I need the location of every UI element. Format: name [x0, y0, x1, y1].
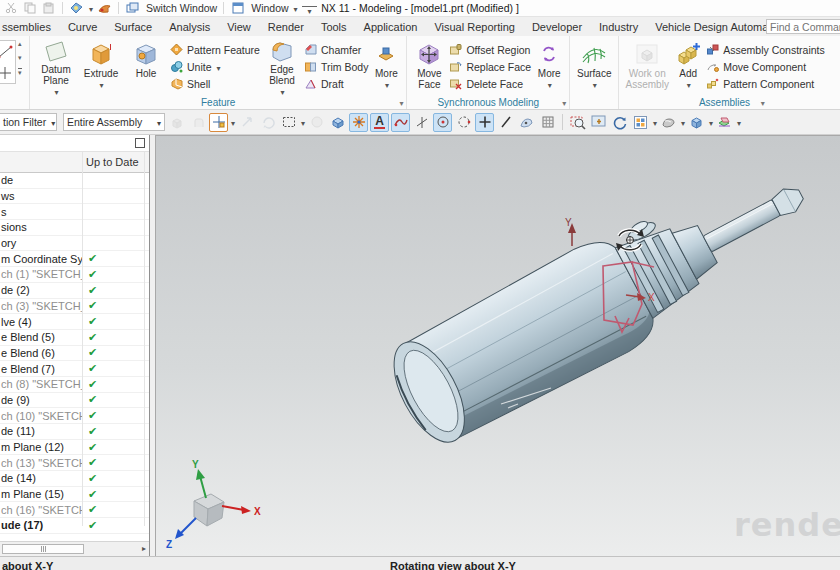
section-view-icon[interactable]: [715, 113, 734, 132]
ribbon-tab[interactable]: Application: [364, 21, 418, 33]
offset-region-button[interactable]: Offset Region: [449, 41, 531, 58]
switch-window-button[interactable]: Switch Window: [146, 2, 217, 14]
unite-button[interactable]: Unite: [170, 58, 260, 75]
up-to-date-check-icon[interactable]: ✔: [82, 441, 122, 454]
select-mode-dropdown-arrow[interactable]: [301, 116, 305, 128]
edge-blend-button[interactable]: Edge Blend: [263, 39, 301, 96]
sphere-select-icon[interactable]: [307, 113, 326, 132]
scrollbar-thumb[interactable]: [2, 544, 84, 554]
snap-enable-icon[interactable]: [349, 113, 368, 132]
feature-tree-row[interactable]: de: [0, 173, 149, 189]
feature-tree-row[interactable]: de (2) ✔: [0, 283, 149, 299]
orient-view-cube-icon[interactable]: [687, 113, 706, 132]
ribbon-tab[interactable]: Tools: [321, 21, 347, 33]
dropdown-arrow[interactable]: [294, 2, 298, 14]
sketch-gallery-items[interactable]: [0, 40, 16, 84]
snap-point-icon[interactable]: [209, 113, 228, 132]
snap-point-on-curve-icon[interactable]: [391, 113, 410, 132]
up-to-date-check-icon[interactable]: ✔: [82, 378, 122, 391]
feature-tree-row[interactable]: e Blend (7) ✔: [0, 361, 149, 377]
work-on-assembly-button[interactable]: Work on Assembly: [624, 39, 670, 96]
section-view-dropdown-arrow[interactable]: [737, 116, 741, 128]
show-hide-icon[interactable]: [97, 2, 112, 15]
pan-icon[interactable]: [589, 113, 608, 132]
snap-mid-point-icon[interactable]: [496, 113, 515, 132]
up-to-date-check-icon[interactable]: ✔: [82, 409, 122, 422]
extrude-button[interactable]: Extrude: [80, 39, 122, 96]
up-to-date-check-icon[interactable]: ✔: [82, 252, 122, 265]
object-display-icon[interactable]: [69, 2, 84, 15]
move-face-button[interactable]: Move Face: [412, 39, 446, 96]
feature-tree-row[interactable]: lve (4) ✔: [0, 314, 149, 330]
up-to-date-check-icon[interactable]: ✔: [82, 425, 122, 438]
render-style-icon[interactable]: [659, 113, 678, 132]
work-plane-icon[interactable]: [328, 113, 347, 132]
feature-tree-row[interactable]: ch (16) "SKETCH_... ✔: [0, 502, 149, 518]
dialog-launcher-arrow[interactable]: ▾: [399, 99, 403, 108]
delete-face-button[interactable]: Delete Face: [449, 75, 531, 92]
up-to-date-check-icon[interactable]: ✔: [82, 268, 122, 281]
feature-tree-row[interactable]: de (14) ✔: [0, 471, 149, 487]
snap-arc-center-icon[interactable]: [433, 113, 452, 132]
customize-qat-icon[interactable]: [302, 6, 317, 14]
render-style-dropdown-arrow[interactable]: [681, 116, 685, 128]
feature-tree-row[interactable]: ory: [0, 236, 149, 252]
feature-tree-row[interactable]: m Plane (15) ✔: [0, 487, 149, 503]
chamfer-button[interactable]: Chamfer: [304, 41, 368, 58]
ribbon-tab[interactable]: View: [227, 21, 251, 33]
copy-icon[interactable]: [22, 2, 37, 15]
feature-tree-row[interactable]: sions: [0, 220, 149, 236]
up-to-date-check-icon[interactable]: ✔: [82, 472, 122, 485]
navigator-hscrollbar[interactable]: ▸: [0, 541, 149, 556]
datum-plane-button[interactable]: Datum Plane: [35, 39, 77, 96]
snap-quadrant-icon[interactable]: [454, 113, 473, 132]
move-component-button[interactable]: Move Component: [706, 58, 825, 75]
feature-tree-row[interactable]: ude (17) ✔: [0, 518, 149, 534]
find-component-icon[interactable]: [167, 113, 186, 132]
snap-point-on-face-icon[interactable]: [517, 113, 536, 132]
up-to-date-check-icon[interactable]: ✔: [82, 488, 122, 501]
snap-end-point-icon[interactable]: A: [370, 113, 389, 132]
fit-view-dropdown-arrow[interactable]: [653, 116, 657, 128]
pattern-component-button[interactable]: Pattern Component: [706, 75, 825, 92]
replace-face-button[interactable]: Replace Face: [449, 58, 531, 75]
surface-button[interactable]: Surface: [575, 39, 613, 96]
ribbon-tab[interactable]: ssemblies: [2, 21, 51, 33]
orient-view-dropdown-arrow[interactable]: [709, 116, 713, 128]
feature-tree-row[interactable]: e Blend (6) ✔: [0, 346, 149, 362]
feature-tree-row[interactable]: s: [0, 204, 149, 220]
snap-point-dropdown-arrow[interactable]: [231, 116, 235, 128]
ribbon-tab[interactable]: Surface: [114, 21, 152, 33]
feature-more-button[interactable]: More: [371, 39, 401, 96]
up-to-date-check-icon[interactable]: ✔: [82, 346, 122, 359]
dialog-launcher-arrow[interactable]: ▾: [562, 99, 566, 108]
window-icon[interactable]: [230, 2, 245, 15]
selection-filter-dropdown[interactable]: tion Filter: [0, 113, 57, 131]
feature-tree-row[interactable]: ch (10) "SKETCH_... ✔: [0, 408, 149, 424]
feature-tree-row[interactable]: ch (1) "SKETCH_0... ✔: [0, 267, 149, 283]
cut-icon[interactable]: [3, 2, 18, 15]
feature-tree-row[interactable]: ch (8) "SKETCH_0... ✔: [0, 377, 149, 393]
up-to-date-check-icon[interactable]: ✔: [82, 503, 122, 516]
assembly-constraints-button[interactable]: Assembly Constraints: [706, 41, 825, 58]
trim-body-button[interactable]: Trim Body: [304, 58, 368, 75]
up-to-date-check-icon[interactable]: ✔: [82, 299, 122, 312]
ribbon-tab[interactable]: Render: [268, 21, 304, 33]
sync-more-button[interactable]: More: [534, 39, 564, 96]
find-command-input[interactable]: [766, 19, 840, 34]
gallery-scroll-arrows[interactable]: ▴▾▾: [18, 40, 22, 77]
zoom-icon[interactable]: [568, 113, 587, 132]
scroll-right-arrow[interactable]: ▸: [142, 544, 146, 553]
drag-hand-icon[interactable]: [188, 113, 207, 132]
column-header-up-to-date[interactable]: Up to Date: [86, 156, 139, 168]
dialog-launcher-arrow[interactable]: ▾: [761, 99, 765, 108]
selection-scope-dropdown[interactable]: Entire Assembly: [63, 113, 165, 131]
up-to-date-check-icon[interactable]: ✔: [82, 393, 122, 406]
feature-tree-row[interactable]: de (11) ✔: [0, 424, 149, 440]
snap-existing-point-icon[interactable]: [475, 113, 494, 132]
feature-tree-row[interactable]: de (9) ✔: [0, 393, 149, 409]
graphics-viewport[interactable]: X Y Y X: [155, 135, 840, 556]
switch-window-icon[interactable]: [125, 2, 140, 15]
up-to-date-check-icon[interactable]: ✔: [82, 284, 122, 297]
up-to-date-check-icon[interactable]: ✔: [82, 519, 122, 532]
